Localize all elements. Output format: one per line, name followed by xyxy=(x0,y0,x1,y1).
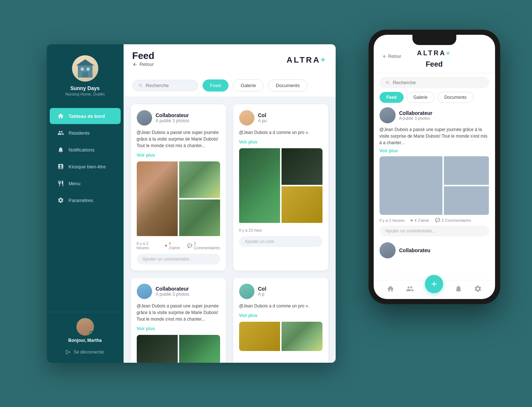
post-image-main xyxy=(137,161,178,236)
phone-comment-input[interactable]: Ajouter un commentaire... xyxy=(380,225,489,236)
desktop-app: Sunny Days Nursing Home, Dublin Tableau … xyxy=(47,44,336,363)
main-content: Feed Retour ALTRA+ Feed xyxy=(124,44,336,363)
post-card: Collaborateur A publié 3 photos @Jean Du… xyxy=(131,104,226,270)
voir-plus[interactable]: Voir plus xyxy=(137,153,220,158)
sidebar-user: Bonjour, Martha xyxy=(53,318,118,343)
voir-plus-4[interactable]: Voir plus xyxy=(239,313,322,318)
tab-documents[interactable]: Documents xyxy=(268,79,307,92)
sidebar-item-notifications[interactable]: Notifications xyxy=(50,142,121,158)
phone-post-likes: ♥ 4 J'aime xyxy=(411,218,429,223)
post-author-info-2: Col A pu xyxy=(258,112,267,123)
post-avatar-3 xyxy=(137,284,152,299)
sidebar-nav: Tableau de bord Résidents Notifications xyxy=(47,104,124,312)
phone-tab-documents[interactable]: Documents xyxy=(437,92,473,103)
post-image-5 xyxy=(239,322,280,351)
phone-notch xyxy=(412,35,456,45)
post-avatar-4 xyxy=(239,284,254,299)
post-avatar xyxy=(137,110,152,126)
phone: ALTRA+ Retour Feed Feed Galerie Document… xyxy=(369,30,500,304)
svg-marker-4 xyxy=(76,59,94,66)
phone-post-avatar xyxy=(380,107,396,123)
phone-nav-settings[interactable] xyxy=(473,284,482,293)
post-footer: Il y a 2 heures ♥ 4 J'aime 💬 2 Commentai… xyxy=(137,241,220,250)
hello-text: Bonjour, Martha xyxy=(68,338,102,343)
org-sub: Nursing Home, Dublin xyxy=(65,92,105,96)
logout-button[interactable]: Se déconnecter xyxy=(53,347,118,357)
post-images xyxy=(137,161,220,238)
phone-post-footer: Il y a 2 heures ♥ 4 J'aime 💬 2 Commentai… xyxy=(380,218,489,223)
comment-input-2[interactable]: Ajouter un com xyxy=(239,236,322,247)
sidebar-item-parametres[interactable]: Paramètres xyxy=(50,192,121,208)
user-avatar xyxy=(76,318,94,336)
sidebar-item-kiosque[interactable]: Kiosque bien-être xyxy=(50,158,121,175)
post-footer-2: Il y a 23 heur xyxy=(239,228,322,232)
phone-search-input[interactable] xyxy=(393,80,483,85)
phone-page-title: Feed xyxy=(380,60,489,68)
phone-nav-bell[interactable] xyxy=(454,284,463,293)
tab-feed[interactable]: Feed xyxy=(203,79,229,92)
post-images-4 xyxy=(239,322,322,351)
feed-area: Collaborateur A publié 3 photos @Jean Du… xyxy=(124,97,336,363)
search-tabs-bar: Feed Galerie Documents xyxy=(132,74,327,97)
post-image-2 xyxy=(179,199,220,236)
phone-fab[interactable]: + xyxy=(425,275,443,293)
phone-feed: Collaborateur A publié 3 photos @Jean Du… xyxy=(374,107,495,280)
comment-input[interactable]: Ajouter un commentaire... xyxy=(137,254,220,265)
post-image-1-2 xyxy=(282,148,322,185)
phone-post-img-main xyxy=(380,156,443,215)
org-avatar xyxy=(72,55,98,82)
sidebar-item-dashboard[interactable]: Tableau de bord xyxy=(50,108,121,124)
phone-post-img-1 xyxy=(444,156,489,185)
residents-icon xyxy=(57,129,64,137)
kiosque-icon xyxy=(57,163,64,170)
phone-back-link[interactable]: Retour xyxy=(382,54,401,59)
phone-post-comments: 💬 2 Commentaires xyxy=(435,218,471,223)
post-author-info-3: Collaborateur A publié 3 photos xyxy=(156,286,189,297)
main-header: Feed Retour ALTRA+ Feed xyxy=(124,44,336,97)
phone-heart-icon: ♥ xyxy=(411,218,413,223)
phone-voir-plus[interactable]: Voir plus xyxy=(380,148,489,153)
post-image-2-2 xyxy=(282,186,322,223)
phone-nav-home[interactable] xyxy=(386,284,395,293)
sidebar-item-menu[interactable]: Menu xyxy=(50,175,121,191)
phone-post-time: Il y a 2 heures xyxy=(380,218,405,223)
phone-tabs: Feed Galerie Documents xyxy=(374,92,495,107)
phone-tab-galerie[interactable]: Galerie xyxy=(407,92,435,103)
phone-nav-users[interactable] xyxy=(405,284,414,293)
phone-right-imgs xyxy=(444,156,489,215)
comment-icon: 💬 xyxy=(187,243,192,248)
phone-post-images xyxy=(380,156,489,215)
post-image-6 xyxy=(282,322,322,351)
phone-post-2: Collaborateu xyxy=(380,242,489,258)
search-input[interactable] xyxy=(146,83,192,88)
sidebar-item-residents[interactable]: Résidents xyxy=(50,125,121,141)
post-image-main-2 xyxy=(239,148,280,223)
post-images-3 xyxy=(137,335,220,363)
post-author-info-4: Col A p xyxy=(258,286,267,297)
post-text-4: @Jean Dubois a d comme un pro ». xyxy=(239,303,322,309)
scene: Sunny Days Nursing Home, Dublin Tableau … xyxy=(47,30,486,377)
svg-rect-2 xyxy=(87,68,90,71)
phone-post-header: Collaborateur A publié 3 photos xyxy=(380,107,489,123)
post-comments: 💬 2 Commentaires xyxy=(187,241,220,250)
post-image-4 xyxy=(179,335,220,363)
bell-icon xyxy=(57,146,64,153)
post-text-3: @Jean Dubois a passé une super journée g… xyxy=(137,303,220,322)
voir-plus-3[interactable]: Voir plus xyxy=(137,326,220,331)
page-title: Feed Retour xyxy=(132,50,155,70)
tab-galerie[interactable]: Galerie xyxy=(233,79,264,92)
search-box[interactable] xyxy=(132,80,198,91)
sidebar-bottom: Bonjour, Martha Se déconnecter xyxy=(47,312,124,363)
phone-post: Collaborateur A publié 3 photos @Jean Du… xyxy=(380,107,489,236)
phone-tab-feed[interactable]: Feed xyxy=(380,92,404,103)
heart-icon: ♥ xyxy=(165,243,167,248)
phone-search[interactable] xyxy=(380,77,489,88)
post-avatar-2 xyxy=(239,110,254,126)
post-header: Collaborateur A publié 3 photos xyxy=(137,110,220,126)
post-image-1 xyxy=(179,161,220,198)
phone-bottom-bar: + xyxy=(374,280,495,299)
post-author-info: Collaborateur A publié 3 photos xyxy=(156,112,189,123)
settings-icon xyxy=(57,197,64,204)
back-link[interactable]: Retour xyxy=(132,61,155,67)
voir-plus-2[interactable]: Voir plus xyxy=(239,139,322,145)
